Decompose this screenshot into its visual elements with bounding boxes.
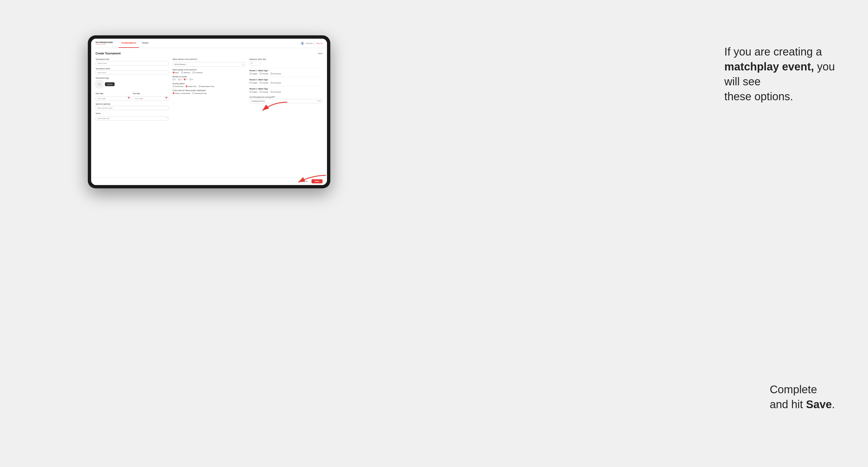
round2-fourball[interactable]: Fourball xyxy=(259,82,268,84)
round2-fourball-radio[interactable] xyxy=(259,82,261,84)
upload-button[interactable]: Upload xyxy=(105,82,115,86)
round3-fourball[interactable]: Fourball xyxy=(259,91,268,93)
round-2-radio[interactable] xyxy=(178,79,180,81)
sponsor-label: Sponsor (optional) xyxy=(96,103,169,105)
round3-foursomes[interactable]: Foursomes xyxy=(270,91,281,93)
user-name: Test User xyxy=(306,42,313,44)
round1-fourball[interactable]: Fourball xyxy=(259,73,268,74)
round-4-label: 4 xyxy=(192,79,193,81)
gender-mens-label: Mens xyxy=(175,72,179,73)
sign-out-link[interactable]: Sign out xyxy=(316,42,322,44)
division-select[interactable]: NCAA Division I xyxy=(173,62,246,67)
round-3-radio[interactable] xyxy=(184,79,186,81)
form-container: Create Tournament ← Back Tournament Host… xyxy=(91,48,327,185)
round1-radio-group: Singles Fourball Foursomes xyxy=(249,73,322,74)
round2-singles-radio[interactable] xyxy=(249,82,251,84)
round-3-label: 3 xyxy=(186,79,187,81)
team-radio-group: Teams (+Individuals) Individuals Only xyxy=(173,92,246,94)
arrow-match-type xyxy=(257,97,290,119)
round1-section: Round 1 - Match Type Singles Fourball xyxy=(249,68,322,74)
round2-singles-label: Singles xyxy=(252,82,257,84)
round-3[interactable]: 3 xyxy=(184,79,187,81)
tablet-screen: SCOREBOARD Powered by clippit TOURNAMENT… xyxy=(91,39,327,185)
tab-tournaments[interactable]: TOURNAMENTS xyxy=(119,39,139,48)
scoring-medal[interactable]: Medal Match Play xyxy=(198,85,214,87)
navbar: SCOREBOARD Powered by clippit TOURNAMENT… xyxy=(91,39,327,48)
nav-tabs: TOURNAMENTS TEAMS xyxy=(119,39,151,48)
gender-radio-group: Mens Womens Combined xyxy=(173,71,246,73)
option-individuals[interactable]: Individuals Only xyxy=(192,92,207,94)
teams-label: Teams (+Individuals) xyxy=(175,93,190,94)
round3-fourball-label: Fourball xyxy=(262,91,268,93)
gender-womens[interactable]: Womens xyxy=(181,71,190,73)
tournament-name-input[interactable] xyxy=(96,70,169,75)
round2-foursomes-radio[interactable] xyxy=(270,82,272,84)
tournament-host-input[interactable] xyxy=(96,61,169,65)
round2-singles[interactable]: Singles xyxy=(249,82,257,84)
date-row: Start date 📅 End date xyxy=(96,90,169,101)
option-teams[interactable]: Teams (+Individuals) xyxy=(173,92,190,94)
teams-radio[interactable] xyxy=(173,92,175,94)
tab-teams[interactable]: TEAMS xyxy=(139,39,151,48)
round-4[interactable]: 4 xyxy=(189,79,193,81)
logo-placeholder xyxy=(96,81,103,88)
scoring-match-label: Match Play xyxy=(188,86,196,87)
venue-label: Venue xyxy=(96,113,169,114)
annotation-bottom-right: Complete and hit Save. xyxy=(770,382,835,412)
round-4-radio[interactable] xyxy=(189,79,191,81)
scoring-match-radio[interactable] xyxy=(186,85,188,87)
round-1[interactable]: 1 xyxy=(173,79,176,81)
mid-column: Which division is the event for? NCAA Di… xyxy=(173,58,246,94)
scoring-stroke-label: Stroke Play xyxy=(175,86,184,87)
end-cal-icon: 📅 xyxy=(165,97,167,99)
gender-womens-radio[interactable] xyxy=(181,71,183,73)
round1-foursomes-radio[interactable] xyxy=(270,73,272,74)
scoring-stroke-radio[interactable] xyxy=(173,85,175,87)
end-date-field: End date 📅 xyxy=(133,90,168,101)
round1-foursomes-label: Foursomes xyxy=(273,73,281,74)
start-date-wrap: 📅 xyxy=(96,95,131,101)
form-footer: Cancel Save xyxy=(91,177,327,185)
max-team-size-input[interactable] xyxy=(249,61,260,65)
round2-foursomes[interactable]: Foursomes xyxy=(270,82,281,84)
round3-fourball-radio[interactable] xyxy=(259,91,261,93)
round1-foursomes[interactable]: Foursomes xyxy=(270,73,281,74)
round-1-radio[interactable] xyxy=(173,79,175,81)
round-2[interactable]: 2 xyxy=(178,79,181,81)
left-column: Tournament Host Tournament name Tourname… xyxy=(96,58,169,121)
round3-foursomes-radio[interactable] xyxy=(270,91,272,93)
venue-dropdown-icon: ▼ xyxy=(166,117,167,119)
gender-combined-label: Combined xyxy=(195,72,203,73)
round3-radio-group: Singles Fourball Foursomes xyxy=(249,91,322,93)
individuals-radio[interactable] xyxy=(192,92,194,94)
round3-singles-label: Singles xyxy=(252,91,257,93)
round2-title: Round 2 - Match Type xyxy=(249,79,322,81)
round1-singles-radio[interactable] xyxy=(249,73,251,74)
start-date-input[interactable] xyxy=(96,96,131,101)
brand-title: SCOREBOARD xyxy=(96,41,113,44)
gender-field: Which gender is the event for? Mens Wome… xyxy=(173,69,246,73)
scoring-stroke[interactable]: Stroke Play xyxy=(173,85,184,87)
round3-title: Round 3 - Match Type xyxy=(249,88,322,90)
round1-singles[interactable]: Singles xyxy=(249,73,257,74)
start-date-label: Start date xyxy=(96,93,103,94)
gender-mens[interactable]: Mens xyxy=(173,71,179,73)
round1-fourball-radio[interactable] xyxy=(259,73,261,74)
round3-singles-radio[interactable] xyxy=(249,91,251,93)
rounds-field: Number of rounds 1 2 xyxy=(173,76,246,81)
back-link[interactable]: ← Back xyxy=(316,53,322,54)
venue-field: Venue ▼ xyxy=(96,113,169,121)
gender-combined[interactable]: Combined xyxy=(192,71,203,73)
round3-singles[interactable]: Singles xyxy=(249,91,257,93)
scoring-medal-radio[interactable] xyxy=(198,85,200,87)
start-date-field: Start date 📅 xyxy=(96,90,131,101)
scoring-match[interactable]: Match Play xyxy=(186,85,196,87)
api-remove-icon[interactable]: ✕ ▾ xyxy=(317,100,321,102)
main-content: Create Tournament ← Back Tournament Host… xyxy=(91,48,327,185)
venue-input[interactable] xyxy=(96,116,169,121)
gender-combined-radio[interactable] xyxy=(192,71,194,73)
sponsor-input[interactable] xyxy=(96,106,169,110)
scoring-radio-group: Stroke Play Match Play Medal Match Play xyxy=(173,85,246,87)
gender-mens-radio[interactable] xyxy=(173,71,175,73)
end-date-input[interactable] xyxy=(133,96,168,101)
